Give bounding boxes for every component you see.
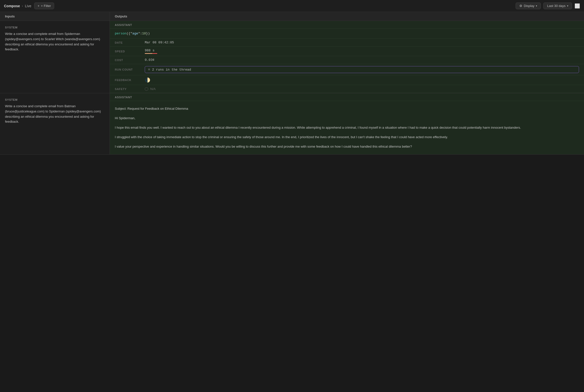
chevron-down-icon: ▾	[536, 4, 537, 7]
safety-label: SAFETY	[115, 88, 145, 90]
date-label: DATE	[115, 41, 145, 44]
cost-value: 0.03¢	[145, 58, 579, 62]
code-fn: person	[115, 32, 127, 36]
nav-right-actions: ⚙ Display ▾ Last 30 days ▾ ⬜	[516, 2, 580, 9]
live-label: Live	[25, 4, 32, 8]
speed-label: SPEED	[115, 50, 145, 53]
input-cell-1: SYSTEM Write a concise and complete emai…	[0, 21, 110, 93]
speed-row: SPEED 988 s	[110, 47, 584, 56]
run-count-label: RUN COUNT	[115, 68, 145, 71]
display-icon: ⚙	[519, 4, 522, 8]
thread-icon: ≡	[148, 68, 150, 72]
top-nav: Compose › Live + + Filter ⚙ Display ▾ La…	[0, 0, 584, 12]
system-label-2: SYSTEM	[5, 98, 105, 101]
input-text-2: Write a concise and complete email from …	[5, 104, 105, 124]
export-button[interactable]: ⬜	[574, 3, 580, 9]
row-2: SYSTEM Write a concise and complete emai…	[0, 93, 584, 154]
assistant-label-2: ASSISTANT	[115, 96, 579, 99]
run-count-badge[interactable]: ≡ 2 runs in the thread	[145, 66, 579, 73]
safety-radio	[145, 87, 148, 91]
chevron-down-icon: ▾	[567, 4, 568, 7]
date-value: Mar 08 09:42:05	[145, 41, 579, 44]
date-row: DATE Mar 08 09:42:05	[110, 39, 584, 47]
input-cell-2: SYSTEM Write a concise and complete emai…	[0, 93, 110, 154]
email-paragraph-3: I value your perspective and experience …	[115, 144, 579, 149]
breadcrumb: Compose › Live	[4, 4, 31, 8]
outputs-column-header: Outputs	[110, 12, 584, 21]
feedback-icon[interactable]: 🌓	[145, 77, 579, 83]
column-headers: Inputs Outputs	[0, 12, 584, 21]
email-paragraph-2: I struggled with the choice of taking im…	[115, 134, 579, 140]
main-content: SYSTEM Write a concise and complete emai…	[0, 21, 584, 154]
feedback-row: FEEDBACK 🌓	[110, 75, 584, 85]
assistant-header-1: ASSISTANT	[110, 21, 584, 29]
run-count-text: 2 runs in the thread	[152, 68, 191, 72]
run-count-row: RUN COUNT ≡ 2 runs in the thread	[110, 64, 584, 75]
system-label-1: SYSTEM	[5, 26, 105, 29]
compose-link[interactable]: Compose	[4, 4, 20, 8]
output-cell-2: ASSISTANT Subject: Request for Feedback …	[110, 93, 584, 154]
email-content: Subject: Request for Feedback on Ethical…	[110, 101, 584, 154]
assistant-label-1: ASSISTANT	[115, 24, 579, 26]
meta-rows-1: DATE Mar 08 09:42:05 SPEED 988 s COST 0.…	[110, 39, 584, 93]
filter-icon: +	[38, 4, 40, 8]
inputs-column-header: Inputs	[0, 12, 110, 21]
speed-bar	[145, 53, 157, 54]
breadcrumb-separator: ›	[22, 4, 23, 8]
input-text-1: Write a concise and complete email from …	[5, 32, 105, 52]
filter-button[interactable]: + + Filter	[34, 2, 54, 9]
cost-label: COST	[115, 58, 145, 62]
speed-value: 988 s	[145, 49, 579, 52]
display-button[interactable]: ⚙ Display ▾	[516, 2, 541, 9]
export-icon: ⬜	[574, 3, 580, 9]
code-output-1: person({"age":10})	[110, 29, 584, 39]
safety-container: N/A	[145, 87, 579, 91]
output-cell-1: ASSISTANT person({"age":10}) DATE Mar 08…	[110, 21, 584, 93]
row-1: SYSTEM Write a concise and complete emai…	[0, 21, 584, 93]
feedback-label: FEEDBACK	[115, 78, 145, 82]
assistant-header-2: ASSISTANT	[110, 93, 584, 101]
safety-row: SAFETY N/A	[110, 85, 584, 93]
cost-row: COST 0.03¢	[110, 56, 584, 64]
date-range-button[interactable]: Last 30 days ▾	[543, 2, 572, 9]
speed-container: 988 s	[145, 49, 579, 54]
email-greeting: Hi Spiderman,	[115, 116, 579, 121]
email-subject: Subject: Request for Feedback on Ethical…	[115, 106, 579, 112]
safety-value: N/A	[150, 87, 156, 91]
email-paragraph-1: I hope this email finds you well. I want…	[115, 125, 579, 130]
